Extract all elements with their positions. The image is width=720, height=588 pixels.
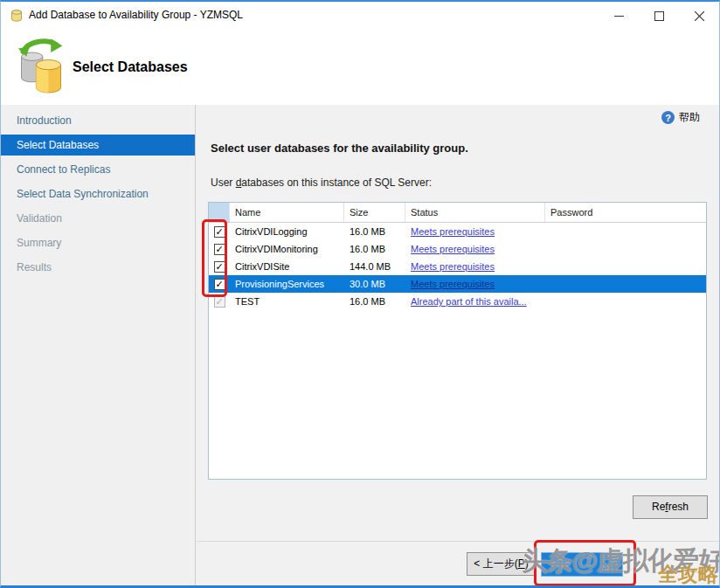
column-header-status[interactable]: Status	[405, 203, 545, 222]
minimize-button[interactable]	[599, 2, 639, 30]
status-link[interactable]: Meets prerequisites	[411, 261, 495, 272]
help-label: 帮助	[679, 110, 700, 125]
table-row[interactable]: ✓ CitrixVDILogging 16.0 MB Meets prerequ…	[209, 223, 706, 240]
db-password	[545, 258, 706, 275]
column-header-name[interactable]: Name	[230, 203, 344, 222]
sidebar-item-summary[interactable]: Summary	[1, 231, 195, 255]
status-link[interactable]: Already part of this availa...	[411, 296, 527, 307]
window-title: Add Database to Availability Group - YZM…	[29, 9, 243, 21]
sidebar-item-select-data-synchronization[interactable]: Select Data Synchronization	[1, 182, 195, 206]
wizard-header: Select Databases	[1, 30, 719, 105]
help-link[interactable]: ? 帮助	[661, 110, 700, 125]
sidebar-item-introduction[interactable]: Introduction	[1, 108, 195, 133]
row-checkbox[interactable]: ✓	[214, 261, 225, 273]
db-name: CitrixVDIMonitoring	[230, 240, 344, 258]
table-header: Name Size Status Password	[209, 203, 706, 223]
next-step-button[interactable]	[541, 552, 623, 577]
status-link[interactable]: Meets prerequisites	[411, 226, 495, 237]
column-header-password[interactable]: Password	[545, 203, 706, 222]
db-password	[545, 223, 706, 240]
maximize-icon	[654, 11, 664, 21]
footer-divider	[197, 541, 719, 542]
page-title: Select Databases	[73, 59, 188, 75]
close-button[interactable]	[679, 2, 719, 30]
row-checkbox[interactable]: ✓	[214, 279, 225, 290]
row-checkbox[interactable]: ✓	[214, 244, 225, 255]
column-header-size[interactable]: Size	[344, 203, 405, 222]
sidebar-item-validation[interactable]: Validation	[1, 206, 195, 231]
main-pane: ? 帮助 Select user databases for the avail…	[197, 105, 719, 588]
db-password	[545, 293, 706, 310]
table-row-selected[interactable]: ✓ ProvisioningServices 30.0 MB Meets pre…	[209, 275, 706, 293]
refresh-button[interactable]: Refresh	[633, 495, 708, 519]
close-icon	[695, 11, 704, 21]
db-size: 16.0 MB	[344, 240, 405, 258]
db-password	[545, 275, 706, 293]
db-size: 16.0 MB	[344, 223, 405, 240]
maximize-button[interactable]	[639, 2, 679, 30]
instance-databases-label: User databases on this instance of SQL S…	[211, 176, 432, 189]
row-checkbox-disabled: ✓	[214, 296, 225, 308]
db-size: 30.0 MB	[344, 275, 405, 293]
minimize-icon	[614, 11, 624, 21]
sidebar-item-results[interactable]: Results	[1, 255, 195, 280]
db-size: 16.0 MB	[344, 293, 405, 310]
database-app-icon	[10, 9, 24, 23]
db-name: ProvisioningServices	[230, 275, 344, 293]
databases-table: Name Size Status Password ✓ CitrixVDILog…	[208, 202, 707, 480]
previous-step-button[interactable]: < 上一步(P)	[467, 552, 536, 576]
db-password	[545, 240, 706, 258]
row-checkbox[interactable]: ✓	[214, 226, 225, 238]
table-row[interactable]: ✓ TEST 16.0 MB Already part of this avai…	[209, 293, 706, 310]
db-name: CitrixVDISite	[230, 258, 344, 275]
db-name: CitrixVDILogging	[230, 223, 344, 240]
sidebar-item-select-databases[interactable]: Select Databases	[1, 135, 195, 156]
table-row[interactable]: ✓ CitrixVDIMonitoring 16.0 MB Meets prer…	[209, 240, 706, 258]
status-link[interactable]: Meets prerequisites	[411, 244, 495, 254]
sidebar-item-connect-to-replicas[interactable]: Connect to Replicas	[1, 157, 195, 182]
select-all-column-header[interactable]	[209, 203, 230, 222]
database-sync-icon	[15, 35, 67, 98]
table-row[interactable]: ✓ CitrixVDISite 144.0 MB Meets prerequis…	[209, 258, 706, 275]
page-heading: Select user databases for the availabili…	[211, 142, 468, 155]
help-icon: ?	[661, 111, 675, 124]
title-bar: Add Database to Availability Group - YZM…	[1, 2, 719, 30]
wizard-dialog: Add Database to Availability Group - YZM…	[0, 0, 720, 588]
status-link[interactable]: Meets prerequisites	[411, 279, 495, 289]
db-name: TEST	[230, 293, 344, 310]
db-size: 144.0 MB	[344, 258, 405, 275]
wizard-steps-sidebar: Introduction Select Databases Connect to…	[1, 105, 196, 588]
